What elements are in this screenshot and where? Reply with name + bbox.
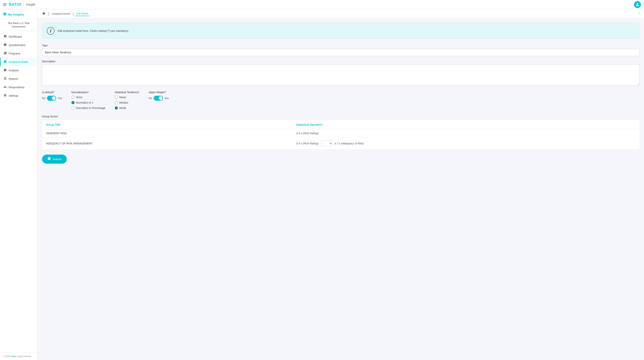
sidebar-item-analytical-model[interactable]: Analytical Model xyxy=(0,58,37,66)
sidebar-footer: © 2024 Batoi Legal Policies xyxy=(0,353,37,360)
normalization-normalizepct-label: Normalize to Percentage xyxy=(76,106,106,109)
is-default-toggle-group: No Yes xyxy=(42,96,62,101)
apply-weight-label: Apply Weight? xyxy=(149,91,169,94)
submit-label: Submit xyxy=(52,157,62,161)
is-default-toggle[interactable] xyxy=(47,96,56,101)
is-default-col: Is default? No Yes xyxy=(42,91,62,101)
sidebar-item-questionnaire-label: Questionnaire xyxy=(9,43,25,47)
sidebar-item-reports-label: Reports xyxy=(9,77,18,80)
content-area: i Edit analytical model here. Fields mar… xyxy=(38,18,644,360)
sidebar-item-programs[interactable]: Programs xyxy=(0,49,37,58)
row-adequacy-title: ADEQUACY OF RISK MANAGEMENT xyxy=(42,138,292,149)
statistical-tendency-col: Statistical Tendency* Mean Median xyxy=(115,91,140,109)
sidebar-item-reports[interactable]: Reports xyxy=(0,75,37,83)
programs-icon xyxy=(4,52,7,55)
description-input[interactable] xyxy=(42,64,640,85)
sidebar-nav: Dashboard Questionnaire Programs Analyti… xyxy=(0,31,37,353)
sidebar-my-insights[interactable]: My Insights xyxy=(0,9,37,19)
is-default-label: Is default? xyxy=(42,91,62,94)
normalization-none[interactable]: None xyxy=(72,96,106,99)
respondents-icon xyxy=(4,85,7,89)
normalization-col: Normalization* None Normalize to 1 xyxy=(72,91,106,109)
my-insights-label: My Insights xyxy=(8,13,24,16)
sidebar-item-respondents-label: Respondents xyxy=(9,86,24,89)
user-avatar[interactable] xyxy=(634,1,641,8)
normalization-required: * xyxy=(88,91,89,94)
sidebar-item-questionnaire[interactable]: Questionnaire xyxy=(0,41,37,49)
stat-median-label: Median xyxy=(120,101,128,104)
logo-text: BATOI xyxy=(9,2,21,7)
group-score-label: Group Score* xyxy=(42,115,640,118)
project-name: Test Bank LLC Risk Assessment xyxy=(0,19,37,31)
stat-mean[interactable]: Mean xyxy=(115,96,140,99)
dashboard-icon xyxy=(4,35,7,38)
statistical-tendency-label: Statistical Tendency* xyxy=(115,91,140,94)
sidebar-item-analysis-label: Analysis xyxy=(9,69,18,72)
normalization-normalize1[interactable]: Normalize to 1 xyxy=(72,101,106,104)
stat-median[interactable]: Median xyxy=(115,101,140,104)
normalization-normalize1-label: Normalize to 1 xyxy=(76,101,93,104)
sidebar-item-respondents[interactable]: Respondents xyxy=(0,83,37,91)
sidebar-item-settings-label: Settings xyxy=(9,94,18,97)
apply-weight-no-label: No xyxy=(149,97,152,100)
analysis-icon xyxy=(4,68,7,72)
breadcrumb-arrow-2: ❯ xyxy=(72,12,74,15)
settings-icon xyxy=(4,94,7,98)
table-row: ADEQUACY OF RISK MANAGEMENT 0.5 x (Risk … xyxy=(42,138,640,149)
breadcrumb-edit-model[interactable]: Edit Model xyxy=(75,11,90,16)
breadcrumb-edit-model-label: Edit Model xyxy=(76,12,88,15)
sidebar-item-dashboard-label: Dashboard xyxy=(9,35,22,38)
operation-left: 0.5 x (Risk Rating) xyxy=(296,142,318,145)
breadcrumb-collapse-button[interactable] xyxy=(638,11,641,16)
footer-brand-link[interactable]: Batoi xyxy=(11,355,16,358)
app-body: My Insights Test Bank LLC Risk Assessmen… xyxy=(0,9,644,360)
normalization-none-label: None xyxy=(76,96,82,99)
description-field-group: Description xyxy=(42,60,640,86)
submit-icon xyxy=(48,157,51,161)
apply-weight-toggle-group: No Yes xyxy=(149,96,169,101)
app-name: Insight xyxy=(26,3,35,6)
title-label: Title* xyxy=(42,44,640,47)
row-inherent-risk-operation: 0.5 x (Risk Rating) xyxy=(292,129,639,138)
col-statistical-operation: Statistical Operation xyxy=(292,120,639,129)
statistical-tendency-required: * xyxy=(138,91,139,94)
sidebar-item-settings[interactable]: Settings xyxy=(0,91,37,100)
info-text: Edit analytical model here. Fields marke… xyxy=(58,29,129,32)
title-input[interactable] xyxy=(42,49,640,56)
apply-weight-yes-label: Yes xyxy=(164,97,169,100)
operator-select[interactable]: - + × ÷ xyxy=(321,140,332,146)
group-score-required: * xyxy=(57,115,58,118)
apply-weight-col: Apply Weight? No Yes xyxy=(149,91,169,101)
breadcrumb-analytical-model-label: Analytical Model xyxy=(52,12,70,15)
sidebar-item-analytical-model-label: Analytical Model xyxy=(9,60,28,63)
sidebar-item-programs-label: Programs xyxy=(9,52,20,55)
group-score-table: Group Title Statistical Operation INHERE… xyxy=(42,120,640,149)
sidebar-item-analysis[interactable]: Analysis xyxy=(0,66,37,75)
sidebar-item-dashboard[interactable]: Dashboard xyxy=(0,32,37,41)
group-score-section: Group Score* Group Title Statistical Ope… xyxy=(42,115,640,149)
statistical-tendency-radio-group: Mean Median Mode xyxy=(115,96,140,109)
col-group-title: Group Title xyxy=(42,120,292,129)
info-icon: i xyxy=(47,27,54,35)
questionnaire-icon xyxy=(4,43,7,47)
apply-weight-toggle[interactable] xyxy=(154,96,163,101)
stat-mean-label: Mean xyxy=(120,96,126,99)
breadcrumb-analytical-model[interactable]: Analytical Model xyxy=(50,11,72,16)
sidebar: My Insights Test Bank LLC Risk Assessmen… xyxy=(0,9,38,360)
normalization-radio-group: None Normalize to 1 Normalize to Percent… xyxy=(72,96,106,109)
submit-section: Submit xyxy=(42,155,640,164)
main-content: ❯ Analytical Model ❯ Edit Model i Edit a… xyxy=(38,9,644,360)
submit-button[interactable]: Submit xyxy=(42,155,67,164)
operation-right: 0.7 x (Adequacy of Risk) xyxy=(334,142,364,145)
hamburger-menu[interactable] xyxy=(3,3,6,6)
edit-model-form: Title* Description Is default? No xyxy=(42,44,640,164)
my-insights-icon xyxy=(3,12,6,17)
is-default-yes-label: Yes xyxy=(58,97,62,100)
is-default-no-label: No xyxy=(42,97,46,100)
stat-mode[interactable]: Mode xyxy=(115,106,140,109)
normalization-normalizepct[interactable]: Normalize to Percentage xyxy=(72,106,106,109)
home-icon xyxy=(42,12,46,16)
top-header: BATOI Insight xyxy=(0,0,644,9)
breadcrumb-home[interactable] xyxy=(40,11,47,17)
breadcrumb-bar: ❯ Analytical Model ❯ Edit Model xyxy=(38,9,644,18)
